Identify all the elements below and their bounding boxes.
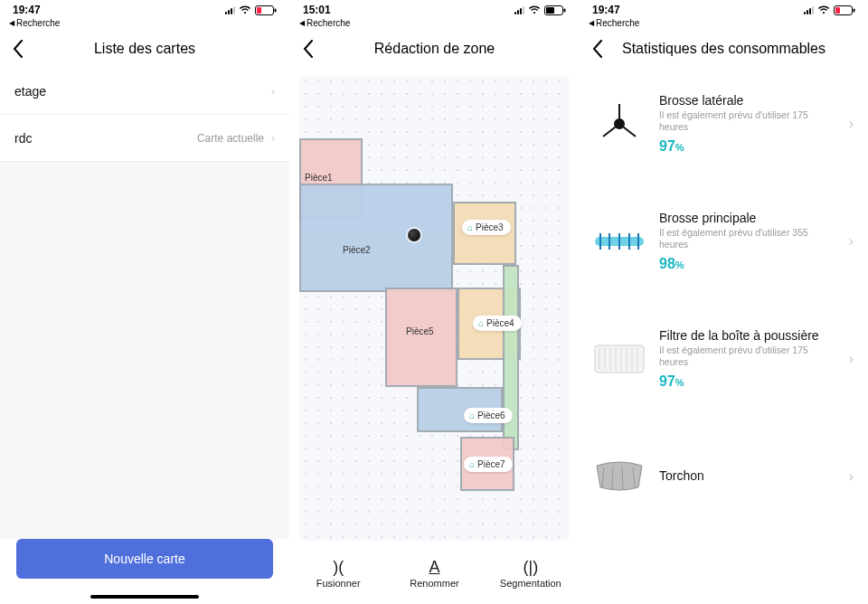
- wifi-icon: [528, 5, 541, 14]
- chevron-left-icon: [13, 40, 24, 58]
- consumable-main-brush[interactable]: Brosse principale Il est également prévu…: [580, 193, 868, 290]
- nav-header: Liste des cartes: [0, 30, 289, 68]
- svg-line-12: [619, 124, 636, 137]
- battery-icon: [834, 5, 855, 15]
- room-label: Pièce1: [305, 173, 333, 183]
- svg-rect-4: [564, 8, 566, 12]
- screen-zone-editor: 15:01 ◀ Recherche Rédaction de zone: [289, 0, 579, 604]
- merge-tool[interactable]: )( Fusionner: [297, 556, 379, 589]
- cellular-icon: [514, 6, 524, 14]
- room-pill[interactable]: ⌂ Pièce7: [464, 457, 513, 472]
- consumable-text: Filtre de la boîte à poussière Il est ég…: [659, 328, 835, 390]
- status-time: 19:47: [592, 4, 620, 16]
- breadcrumb[interactable]: ◀ Recherche: [290, 18, 579, 30]
- wifi-icon: [817, 5, 830, 14]
- breadcrumb-back-icon: ◀: [9, 19, 14, 27]
- cellular-icon: [804, 6, 814, 14]
- room-label: Pièce5: [406, 326, 434, 336]
- mop-icon: [590, 451, 648, 502]
- robot-position-icon: [408, 229, 420, 241]
- chevron-right-icon: ›: [271, 85, 275, 98]
- back-button[interactable]: [580, 31, 616, 67]
- screen-map-list: 19:47 ◀ Recherche Liste des cartes etage…: [0, 0, 289, 604]
- screen-consumables: 19:47 ◀ Recherche Statistiques des conso…: [579, 0, 868, 604]
- chevron-left-icon: [303, 40, 314, 58]
- home-icon: ⌂: [469, 459, 475, 469]
- chevron-right-icon: ›: [845, 116, 854, 132]
- svg-rect-2: [257, 7, 261, 14]
- svg-rect-19: [595, 345, 644, 373]
- map-row-label: etage: [14, 84, 46, 99]
- page-title: Liste des cartes: [0, 41, 289, 57]
- consumable-text: Brosse principale Il est également prévu…: [659, 211, 835, 272]
- page-title: Rédaction de zone: [290, 41, 579, 57]
- back-button[interactable]: [0, 31, 36, 67]
- merge-icon: )(: [297, 556, 379, 578]
- consumable-dust-filter[interactable]: Filtre de la boîte à poussière Il est ég…: [580, 310, 868, 408]
- consumables-list: Brosse latérale Il est également prévu d…: [580, 68, 868, 525]
- svg-rect-8: [835, 7, 840, 14]
- segment-icon: (|): [490, 556, 571, 578]
- svg-rect-1: [275, 8, 277, 12]
- breadcrumb-back-icon: ◀: [589, 19, 594, 27]
- wifi-icon: [239, 5, 251, 14]
- room-label: Pièce2: [343, 245, 371, 255]
- battery-icon: [255, 5, 277, 15]
- status-icons: [514, 5, 566, 15]
- main-brush-icon: [590, 216, 648, 267]
- map-row-etage[interactable]: etage ›: [0, 68, 289, 115]
- svg-line-11: [603, 124, 619, 137]
- map-row-rdc[interactable]: rdc Carte actuelle ›: [0, 115, 289, 162]
- cellular-icon: [225, 6, 235, 14]
- filter-icon: [590, 334, 648, 384]
- home-icon: ⌂: [478, 318, 484, 328]
- breadcrumb[interactable]: ◀ Recherche: [0, 18, 289, 30]
- status-bar: 19:47: [580, 0, 868, 18]
- status-bar: 19:47: [0, 0, 289, 18]
- room-area[interactable]: [299, 184, 453, 292]
- rename-icon: A: [393, 556, 475, 578]
- map-row-badge: Carte actuelle: [197, 132, 264, 145]
- map-row-label: rdc: [14, 131, 32, 146]
- consumable-side-brush[interactable]: Brosse latérale Il est également prévu d…: [580, 75, 868, 173]
- nav-header: Statistiques des consommables: [580, 30, 868, 68]
- segment-tool[interactable]: (|) Segmentation: [490, 556, 571, 589]
- svg-rect-5: [546, 7, 554, 14]
- breadcrumb-back-icon: ◀: [299, 19, 305, 27]
- svg-rect-7: [854, 8, 855, 12]
- status-time: 19:47: [13, 4, 41, 16]
- status-icons: [804, 5, 855, 15]
- chevron-left-icon: [592, 40, 603, 58]
- breadcrumb[interactable]: ◀ Recherche: [580, 18, 868, 30]
- empty-area: [0, 162, 289, 539]
- side-brush-icon: [590, 99, 648, 149]
- nav-header: Rédaction de zone: [290, 30, 579, 68]
- room-pill[interactable]: ⌂ Pièce6: [464, 408, 513, 423]
- map-list: etage › rdc Carte actuelle ›: [0, 68, 289, 162]
- home-icon: ⌂: [469, 411, 475, 420]
- battery-icon: [544, 5, 566, 15]
- consumable-text: Brosse latérale Il est également prévu d…: [659, 93, 835, 155]
- page-title: Statistiques des consommables: [580, 41, 868, 57]
- status-bar: 15:01: [290, 0, 579, 18]
- status-icons: [225, 5, 277, 15]
- status-time: 15:01: [303, 4, 331, 16]
- chevron-right-icon: ›: [845, 351, 854, 367]
- consumable-text: Torchon: [659, 468, 835, 485]
- room-area[interactable]: [385, 288, 458, 387]
- editor-toolbar: )( Fusionner A Renommer (|) Segmentation: [290, 541, 579, 604]
- room-pill[interactable]: ⌂ Pièce4: [473, 316, 522, 331]
- back-button[interactable]: [290, 31, 326, 67]
- home-icon: ⌂: [467, 222, 473, 232]
- new-map-button[interactable]: Nouvelle carte: [16, 539, 273, 579]
- room-pill[interactable]: ⌂ Pièce3: [462, 220, 511, 235]
- home-indicator: [90, 595, 199, 599]
- rename-tool[interactable]: A Renommer: [393, 556, 475, 589]
- floor-map[interactable]: Pièce1 Pièce2 Pièce5 ⌂ Pièce3 ⌂ Pièce4 ⌂…: [299, 75, 570, 541]
- chevron-right-icon: ›: [845, 233, 854, 250]
- consumable-mop[interactable]: Torchon ›: [580, 428, 868, 525]
- chevron-right-icon: ›: [845, 468, 854, 485]
- chevron-right-icon: ›: [271, 132, 275, 145]
